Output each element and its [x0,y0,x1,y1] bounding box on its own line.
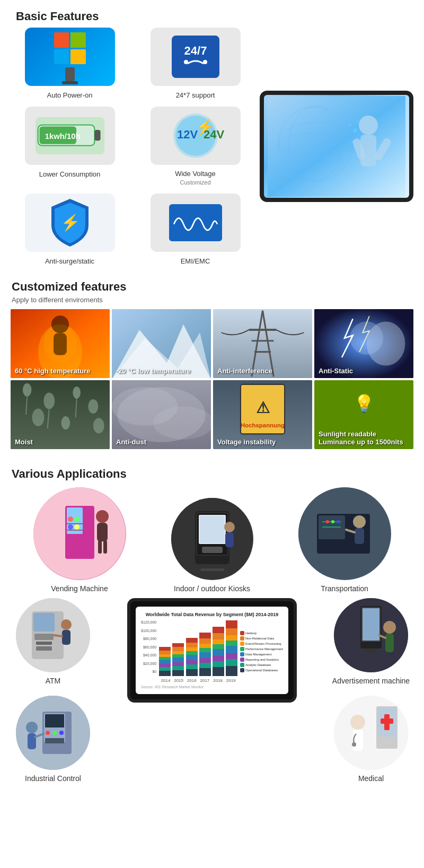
chart-tablet-area: Worldwide Total Data Revenue by Segment … [127,598,297,703]
legend-stream: Event/Stream Processing [240,642,283,646]
chart-x-labels: 201420152016201720182019 [159,678,237,683]
vending-label: Vending Machine [51,584,108,593]
sunlight-icon: 💡 [354,393,375,414]
voltage-icon: 12V ⚡ 24V [161,112,230,160]
chart-source: Source: 451 Research Market Monitor [141,685,283,689]
svg-point-113 [52,731,57,735]
monitor-bezel [260,91,413,202]
chart-title: Worldwide Total Data Revenue by Segment … [141,612,283,617]
moist-label: Moist [11,435,110,449]
high-temp-label: 60 °C high temperature [11,364,110,378]
bar-2016 [186,638,197,676]
chart-inner: Worldwide Total Data Revenue by Segment … [136,607,288,694]
env-sunlight: 💡 Sunlight readable Luminance up to 1500… [314,380,413,449]
industrial-circle [16,696,90,770]
basic-features-grid: Auto Power-on 24/7 24*7 [0,28,424,270]
anti-dust-label: Anti-dust [112,435,211,449]
transportation-label: Transportation [321,584,368,593]
svg-rect-122 [363,608,379,641]
svg-rect-117 [28,733,36,749]
svg-rect-75 [97,523,108,541]
anti-surge-label: Anti-surge/static [45,257,94,265]
svg-point-93 [326,520,329,523]
svg-line-107 [54,635,62,636]
svg-point-95 [337,520,340,523]
chart-main-area: $120,000 $100,000 $80,000 $60,000 $40,00… [141,620,283,683]
vending-circle [33,487,126,580]
env-anti-interference: Anti-interference [213,309,312,378]
auto-power-icon-box [25,28,115,86]
anti-static-label: Anti-Static [314,364,413,378]
customized-features-section: Customized features Apply to different e… [0,270,424,454]
svg-rect-126 [366,648,376,653]
svg-rect-104 [36,646,52,651]
battery-icon: 1kwh/10h [36,117,104,154]
app-kiosk: Indoor / outdoor Kiosks [171,498,253,593]
svg-rect-87 [225,532,234,547]
svg-rect-85 [200,568,224,571]
atm-icon [16,598,90,672]
app-medical: Medical [334,696,408,783]
chart-bars [159,620,237,676]
svg-point-94 [331,520,334,523]
atm-circle [16,598,90,672]
environment-grid-row2: Moist Anti-dust [11,380,413,449]
svg-rect-124 [385,634,394,652]
app-vending: Vending Machine [33,487,126,593]
app-industrial: Industrial Control [16,696,90,783]
voltage-label: Wide Voltage [175,170,216,178]
shield-icon-box: ⚡ [25,194,115,252]
env-anti-dust: Anti-dust [112,380,211,449]
legend-nosql: Non-Relational Data [240,636,283,641]
app-atm: ATM [16,598,90,685]
svg-point-48 [88,399,98,414]
svg-rect-102 [34,634,54,640]
env-moist: Moist [11,380,110,449]
kiosk-icon [171,498,253,580]
medical-label: Medical [358,774,384,783]
svg-text:24V: 24V [204,128,224,141]
app-advertisement: Advertisement machine [332,598,410,685]
bar-2015 [172,643,184,676]
svg-rect-84 [203,564,222,568]
svg-rect-68 [67,523,83,524]
basic-features-title: Basic Features [0,0,424,28]
svg-text:1kwh/10h: 1kwh/10h [45,131,80,140]
app-transportation: Transportation [298,487,391,593]
svg-text:⚠: ⚠ [256,399,270,416]
applications-section: Various Applications [0,454,424,788]
medical-icon [334,696,408,770]
transportation-circle [298,487,391,580]
svg-point-25 [348,124,351,127]
svg-point-26 [357,120,359,123]
bar-2014 [159,647,171,676]
left-apps-col: ATM [11,598,95,783]
svg-point-20 [359,116,378,135]
env-low-temp: -20 °C low temperature [112,309,211,378]
svg-point-105 [61,619,72,630]
voltage-icon-box: 12V ⚡ 24V [151,107,241,165]
env-anti-static: Anti-Static [314,309,413,378]
anti-interference-label: Anti-interference [213,364,312,378]
svg-point-73 [74,524,80,530]
consumption-label: Lower Consumption [39,170,101,178]
transportation-icon [298,487,391,580]
medical-circle [334,696,408,770]
svg-point-74 [96,510,109,523]
applications-row2: ATM [11,598,413,783]
industrial-label: Industrial Control [25,774,81,783]
advertisement-label: Advertisement machine [332,677,410,685]
svg-rect-76 [98,540,102,554]
svg-rect-31 [54,333,67,355]
monitor-screen-graphic [268,96,405,197]
support-label: 24*7 support [176,91,215,99]
svg-point-134 [352,742,356,747]
right-apps-col: Advertisement machine [329,598,413,783]
support-icon-box: 24/7 [151,28,241,86]
advertisement-icon [334,598,408,672]
svg-rect-106 [62,630,70,645]
chart-tablet: Worldwide Total Data Revenue by Segment … [127,598,297,703]
bar-stack-2017 [199,633,211,676]
low-temp-label: -20 °C low temperature [112,364,211,378]
svg-point-132 [350,715,365,730]
